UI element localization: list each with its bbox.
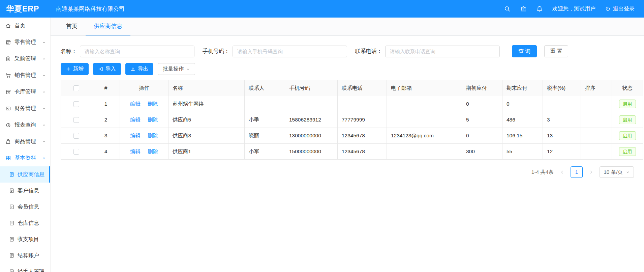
- company-name: 南通某某网络科技有限公司: [56, 5, 125, 13]
- sidebar-item-report[interactable]: 报表查询: [0, 117, 50, 133]
- delete-link[interactable]: 删除: [148, 133, 158, 138]
- edit-link[interactable]: 编辑: [130, 148, 141, 154]
- sidebar-subitem-handler[interactable]: 经手人管理: [0, 264, 50, 272]
- sidebar-item-label: 商品管理: [14, 138, 36, 145]
- tab-supplier-info[interactable]: 供应商信息: [86, 18, 130, 35]
- bank-icon[interactable]: [520, 5, 527, 12]
- batch-actions-dropdown[interactable]: 批量操作: [158, 63, 195, 75]
- finance-icon: [5, 106, 11, 111]
- tab-bar: 首页 供应商信息: [51, 18, 644, 36]
- export-icon: [130, 66, 135, 72]
- table-row: 2 编辑删除 供应商5 小季 15806283912 77779999 5 48…: [61, 112, 643, 128]
- doc-icon: [9, 237, 14, 242]
- current-page-button[interactable]: 1: [571, 166, 583, 178]
- name-search-input[interactable]: [80, 46, 194, 57]
- search-icon[interactable]: [504, 5, 511, 12]
- delete-link[interactable]: 删除: [148, 148, 158, 154]
- sidebar-item-warehouse[interactable]: 仓库管理: [0, 84, 50, 100]
- plus-icon: [66, 66, 71, 72]
- sidebar-item-label: 零售管理: [14, 39, 36, 46]
- filter-mobile: 手机号码：: [203, 46, 347, 57]
- status-badge: 启用: [619, 131, 636, 140]
- filter-bar: 名称： 手机号码： 联系电话： 查 询 重 置: [61, 45, 634, 57]
- cell-name: 苏州蜗牛网络: [168, 96, 245, 112]
- next-page-button[interactable]: [587, 167, 595, 178]
- cell-end-need: 106.15: [502, 128, 543, 144]
- sidebar-item-label: 基本资料: [14, 155, 36, 162]
- sidebar-subitem-label: 供应商信息: [18, 171, 44, 178]
- row-checkbox[interactable]: [73, 101, 79, 107]
- cell-begin-need: 300: [462, 144, 502, 160]
- col-header-email: 电子邮箱: [387, 80, 462, 96]
- prev-page-button[interactable]: [558, 167, 566, 178]
- pagination: 1-4 共4条 1 10 条/页: [61, 166, 634, 178]
- col-header-begin-need: 期初应付: [462, 80, 502, 96]
- tab-home[interactable]: 首页: [58, 18, 86, 35]
- reset-button[interactable]: 重 置: [544, 45, 568, 57]
- cell-index: 2: [92, 112, 120, 128]
- delete-link[interactable]: 删除: [148, 101, 158, 107]
- sidebar-item-goods[interactable]: 商品管理: [0, 133, 50, 150]
- sidebar-subitem-member[interactable]: 会员信息: [0, 199, 50, 215]
- page-size-select[interactable]: 10 条/页: [600, 166, 634, 178]
- col-header-sort: 排序: [581, 80, 612, 96]
- sidebar-item-retail[interactable]: 零售管理: [0, 34, 50, 51]
- cell-email: [387, 144, 462, 160]
- sidebar-item-basic-data[interactable]: 基本资料: [0, 150, 50, 166]
- tel-search-input[interactable]: [385, 46, 500, 57]
- sidebar-subitem-warehouse-info[interactable]: 仓库信息: [0, 215, 50, 231]
- mobile-search-input[interactable]: [233, 46, 347, 57]
- cell-contact: 小军: [245, 144, 285, 160]
- sidebar-item-label: 销售管理: [14, 72, 36, 79]
- chevron-down-icon: [186, 67, 190, 71]
- row-checkbox[interactable]: [73, 149, 79, 155]
- delete-link[interactable]: 删除: [148, 117, 158, 123]
- select-all-checkbox[interactable]: [73, 85, 79, 91]
- import-button[interactable]: 导入: [93, 63, 121, 75]
- col-header-name: 名称: [168, 80, 245, 96]
- col-header-end-need: 期末应付: [502, 80, 543, 96]
- chevron-down-icon: [42, 90, 46, 94]
- app-logo: 华夏ERP: [6, 4, 51, 14]
- sidebar-item-purchase[interactable]: 采购管理: [0, 51, 50, 67]
- sidebar-item-label: 首页: [14, 22, 25, 29]
- main-content: 首页 供应商信息 名称： 手机号码： 联系电话： 查 询 重 置: [51, 18, 644, 272]
- sidebar-subitem-label: 结算账户: [18, 252, 39, 259]
- cell-tel: 12345678: [338, 144, 387, 160]
- sidebar-subitem-income-expense[interactable]: 收支项目: [0, 231, 50, 247]
- topbar-right: 欢迎您，测试用户 退出登录: [504, 5, 635, 12]
- table-row: 1 编辑删除 苏州蜗牛网络 0 0 启用: [61, 96, 643, 112]
- cell-begin-need: 5: [462, 112, 502, 128]
- chevron-down-icon: [42, 139, 46, 144]
- goods-bag-icon: [5, 139, 11, 144]
- edit-link[interactable]: 编辑: [130, 101, 141, 107]
- col-header-contact: 联系人: [245, 80, 285, 96]
- row-checkbox[interactable]: [73, 117, 79, 123]
- cell-name: 供应商1: [168, 144, 245, 160]
- sidebar-item-sales[interactable]: 销售管理: [0, 67, 50, 84]
- add-label: 新增: [73, 65, 84, 73]
- cell-tax: 3: [543, 112, 581, 128]
- sidebar: 首页 零售管理 采购管理 销售管理 仓库管理 财务管理: [0, 18, 51, 272]
- logout-button[interactable]: 退出登录: [605, 5, 635, 12]
- edit-link[interactable]: 编辑: [130, 133, 141, 138]
- row-checkbox[interactable]: [73, 133, 79, 139]
- export-button[interactable]: 导出: [125, 63, 153, 75]
- search-button[interactable]: 查 询: [512, 45, 537, 57]
- logout-icon: [605, 6, 611, 12]
- basic-data-grid-icon: [5, 155, 11, 161]
- sidebar-item-home[interactable]: 首页: [0, 18, 50, 34]
- cell-end-need: 0: [502, 96, 543, 112]
- sidebar-item-finance[interactable]: 财务管理: [0, 100, 50, 117]
- sidebar-subitem-settlement-account[interactable]: 结算账户: [0, 247, 50, 264]
- retail-icon: [5, 39, 11, 45]
- supplier-table: # 操作 名称 联系人 手机号码 联系电话 电子邮箱 期初应付 期末应付 税率(…: [61, 80, 643, 160]
- cell-status: 启用: [612, 144, 643, 160]
- bell-icon[interactable]: [536, 5, 543, 12]
- add-button[interactable]: 新增: [61, 63, 89, 75]
- sidebar-subitem-customer[interactable]: 客户信息: [0, 183, 50, 199]
- cell-mobile: 15000000000: [285, 144, 338, 160]
- report-pie-icon: [5, 122, 11, 128]
- edit-link[interactable]: 编辑: [130, 117, 141, 123]
- sidebar-subitem-supplier[interactable]: 供应商信息: [0, 166, 50, 183]
